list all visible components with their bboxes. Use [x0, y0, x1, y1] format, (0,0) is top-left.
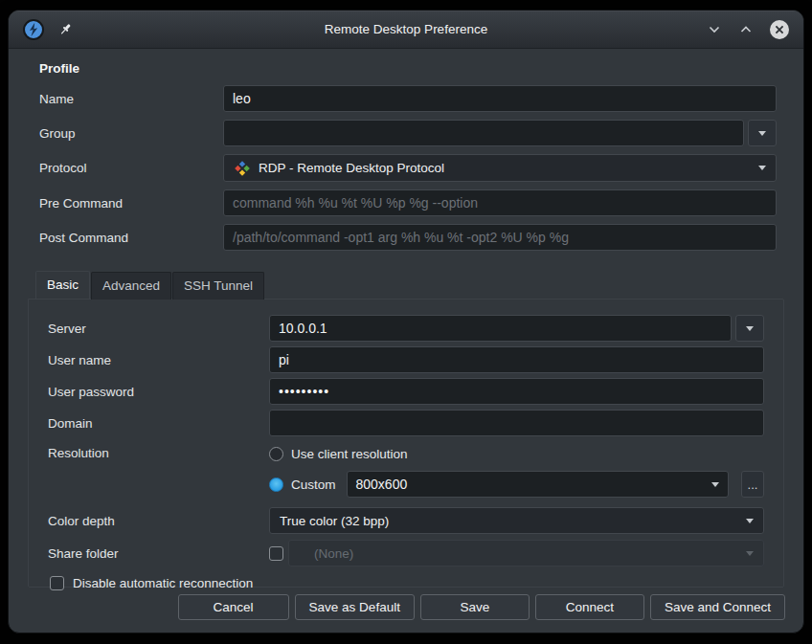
protocol-dropdown[interactable]: RDP - Remote Desktop Protocol [223, 154, 777, 182]
profile-heading: Profile [39, 61, 803, 76]
group-row: Group [39, 120, 777, 146]
disable-reconnect-label: Disable automatic reconnection [73, 576, 253, 590]
name-input[interactable] [223, 85, 777, 112]
custom-resolution-label: Custom [291, 477, 336, 492]
dropdown-arrow-icon [758, 131, 766, 136]
use-client-resolution-option: Use client resolution [269, 444, 764, 463]
username-row: User name [48, 346, 764, 373]
save-button[interactable]: Save [420, 594, 530, 620]
tab-ssh-tunnel[interactable]: SSH Tunnel [172, 272, 264, 300]
color-depth-label: Color depth [48, 514, 269, 528]
resolution-row: Resolution Use client resolution Custom … [48, 444, 764, 503]
app-icon[interactable] [22, 18, 45, 41]
use-client-resolution-label: Use client resolution [291, 447, 408, 461]
save-as-default-button[interactable]: Save as Default [295, 594, 415, 620]
share-folder-value: (None) [299, 546, 353, 561]
username-label: User name [48, 353, 269, 367]
group-input[interactable] [223, 120, 744, 146]
dropdown-arrow-icon [746, 519, 754, 523]
password-row: User password [48, 378, 764, 405]
server-label: Server [48, 322, 269, 336]
resolution-more-button[interactable]: ... [741, 471, 764, 498]
pre-command-label: Pre Command [39, 196, 223, 211]
resolution-label: Resolution [48, 444, 269, 503]
color-depth-row: Color depth True color (32 bpp) [48, 507, 764, 534]
pre-command-row: Pre Command [39, 189, 777, 216]
chevron-up-icon[interactable] [737, 21, 755, 38]
protocol-value: RDP - Remote Desktop Protocol [259, 161, 444, 175]
custom-resolution-option: Custom 800x600 ... [269, 471, 764, 498]
share-folder-row: Share folder (None) [48, 540, 764, 566]
tab-basic[interactable]: Basic [35, 271, 90, 299]
post-command-input[interactable] [223, 224, 777, 251]
domain-label: Domain [48, 416, 269, 431]
window-title: Remote Desktop Preference [9, 22, 803, 36]
remote-desktop-preference-dialog: Remote Desktop Preference Profile Name [8, 10, 804, 633]
group-dropdown-button[interactable] [748, 120, 777, 146]
share-folder-checkbox[interactable] [269, 546, 283, 561]
server-input[interactable] [269, 315, 732, 342]
username-input[interactable] [269, 346, 764, 373]
titlebar[interactable]: Remote Desktop Preference [9, 11, 803, 49]
action-button-row: Cancel Save as Default Save Connect Save… [9, 594, 785, 620]
domain-input[interactable] [269, 410, 764, 436]
color-depth-value: True color (32 bpp) [280, 514, 389, 528]
disable-reconnect-checkbox[interactable] [50, 576, 64, 590]
share-folder-label: Share folder [48, 546, 269, 561]
protocol-row: Protocol RDP - Remote Desktop Protocol [39, 154, 777, 182]
chevron-down-icon[interactable] [706, 21, 723, 38]
server-row: Server [48, 315, 764, 342]
dropdown-arrow-icon [746, 326, 754, 331]
dropdown-arrow-icon [746, 551, 754, 556]
basic-tab-panel: Server User name User password [28, 299, 784, 588]
use-client-resolution-radio[interactable] [269, 447, 283, 461]
name-row: Name [39, 85, 777, 112]
protocol-label: Protocol [39, 161, 223, 175]
password-input[interactable] [269, 378, 764, 405]
post-command-label: Post Command [39, 231, 223, 245]
custom-resolution-value: 800x600 [356, 477, 704, 492]
connect-button[interactable]: Connect [535, 594, 644, 620]
cancel-button[interactable]: Cancel [178, 594, 289, 620]
dropdown-arrow-icon [758, 166, 766, 170]
pre-command-input[interactable] [223, 189, 777, 216]
custom-resolution-radio[interactable] [269, 477, 283, 492]
save-and-connect-button[interactable]: Save and Connect [650, 594, 785, 620]
share-folder-dropdown[interactable]: (None) [288, 540, 764, 566]
disable-reconnect-row: Disable automatic reconnection [50, 575, 764, 591]
tab-bar: Basic Advanced SSH Tunnel [35, 271, 784, 299]
domain-row: Domain [48, 410, 764, 436]
name-label: Name [39, 92, 223, 106]
post-command-row: Post Command [39, 224, 777, 251]
pin-icon[interactable] [58, 22, 74, 37]
close-button[interactable] [769, 19, 790, 40]
rdp-protocol-icon [234, 160, 251, 177]
server-dropdown-button[interactable] [735, 315, 764, 342]
group-label: Group [39, 126, 223, 141]
settings-notebook: Basic Advanced SSH Tunnel Server User na… [28, 271, 784, 588]
tab-advanced[interactable]: Advanced [91, 272, 171, 300]
custom-resolution-combo[interactable]: 800x600 [347, 471, 729, 498]
color-depth-dropdown[interactable]: True color (32 bpp) [269, 507, 764, 534]
dropdown-arrow-icon [711, 482, 719, 487]
password-label: User password [48, 385, 269, 399]
